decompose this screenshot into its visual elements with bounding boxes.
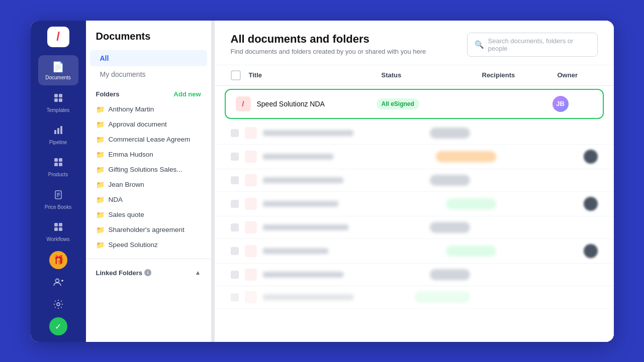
- nav-label-workflows: Workflows: [47, 236, 70, 242]
- status-blur: [436, 151, 496, 162]
- table-row[interactable]: [215, 286, 614, 309]
- main-header: All documents and folders Find documents…: [215, 21, 614, 65]
- column-header-title: Title: [249, 71, 382, 79]
- row-doc-icon: /: [236, 96, 251, 111]
- add-people-icon[interactable]: [49, 273, 67, 291]
- nav-item-templates[interactable]: Templates: [38, 87, 78, 117]
- folder-name: Commercial Lease Agreem: [109, 136, 191, 143]
- row-checkbox[interactable]: [231, 223, 239, 231]
- search-icon: 🔍: [475, 40, 484, 49]
- folder-item-anthony-martin[interactable]: 📁 Anthony Martin: [86, 102, 211, 117]
- folder-icon: 📁: [96, 136, 105, 144]
- row-title-blur: [263, 224, 348, 230]
- folder-item-commercial-lease[interactable]: 📁 Commercial Lease Agreem: [86, 132, 211, 147]
- table-row[interactable]: [215, 192, 614, 216]
- folder-item-nda[interactable]: 📁 NDA: [86, 192, 211, 207]
- table-row[interactable]: [215, 264, 614, 286]
- svg-rect-9: [54, 163, 58, 166]
- pipeline-icon: [53, 125, 63, 138]
- folder-name: Gifting Solutions Sales...: [109, 166, 182, 173]
- status-blur: [430, 128, 470, 139]
- nav-item-pipeline[interactable]: Pipeline: [38, 120, 78, 150]
- gift-icon[interactable]: 🎁: [49, 251, 67, 269]
- svg-rect-1: [59, 94, 62, 97]
- svg-rect-8: [59, 158, 62, 162]
- folder-item-approval-document[interactable]: 📁 Approval document: [86, 117, 211, 132]
- svg-rect-5: [57, 128, 59, 134]
- folder-name: Jean Brown: [109, 181, 144, 188]
- nav-item-workflows[interactable]: Workflows: [38, 217, 78, 247]
- owner-avatar-blur: [584, 244, 598, 258]
- svg-rect-17: [54, 227, 58, 231]
- linked-folders-header: Linked Folders i ▲: [86, 265, 211, 281]
- doc-icon: [245, 127, 257, 139]
- status-blur: [446, 246, 496, 257]
- table-row[interactable]: [215, 239, 614, 264]
- svg-rect-7: [54, 158, 58, 162]
- row-checkbox[interactable]: [231, 176, 239, 184]
- highlighted-table-row[interactable]: / Speed Solutionz NDA All eSigned JB: [225, 89, 604, 119]
- row-checkbox[interactable]: [231, 129, 239, 137]
- sidebar: Documents All My documents Folders Add n…: [86, 21, 212, 342]
- gear-icon[interactable]: [49, 295, 67, 313]
- linked-folders-label: Linked Folders i: [96, 269, 151, 277]
- folder-icon: 📁: [96, 166, 105, 174]
- owner-avatar: JB: [553, 96, 569, 112]
- svg-rect-3: [59, 98, 62, 102]
- row-checkbox[interactable]: [231, 271, 239, 279]
- table-row[interactable]: [215, 122, 614, 145]
- folders-label: Folders: [96, 90, 120, 98]
- nav-label-products: Products: [48, 172, 68, 177]
- status-blur: [430, 222, 470, 233]
- row-title-blur: [263, 130, 353, 136]
- row-checkbox[interactable]: [231, 200, 239, 208]
- check-icon[interactable]: ✓: [49, 317, 67, 335]
- folder-icon: 📁: [96, 241, 105, 249]
- add-new-button[interactable]: Add new: [173, 90, 201, 98]
- left-nav: / 📄 Documents Templates: [31, 21, 86, 342]
- svg-rect-4: [54, 130, 56, 134]
- doc-icon: [245, 291, 257, 303]
- folder-item-jean-brown[interactable]: 📁 Jean Brown: [86, 177, 211, 192]
- chevron-up-icon[interactable]: ▲: [195, 269, 201, 276]
- sidebar-divider: [86, 259, 211, 259]
- folder-item-emma-hudson[interactable]: 📁 Emma Hudson: [86, 147, 211, 162]
- table-header: Title Status Recipients Owner: [215, 65, 614, 86]
- documents-icon: 📄: [52, 61, 64, 73]
- folder-item-gifting-solutions[interactable]: 📁 Gifting Solutions Sales...: [86, 162, 211, 177]
- status-blur: [430, 269, 470, 280]
- table-row[interactable]: [215, 169, 614, 192]
- folder-name: Anthony Martin: [109, 105, 154, 113]
- sidebar-item-my-documents[interactable]: My documents: [90, 66, 207, 82]
- folder-icon: 📁: [96, 151, 105, 159]
- row-title: Speed Solutionz NDA: [257, 100, 377, 108]
- nav-item-products[interactable]: Products: [38, 152, 78, 182]
- nav-item-price-books[interactable]: Price Books: [38, 185, 78, 215]
- row-checkbox[interactable]: [231, 293, 239, 301]
- table-row[interactable]: [215, 216, 614, 239]
- folder-item-speed-solutionz[interactable]: 📁 Speed Solutionz: [86, 237, 211, 253]
- sidebar-item-all[interactable]: All: [90, 50, 207, 66]
- table-row[interactable]: [215, 145, 614, 169]
- nav-item-documents[interactable]: 📄 Documents: [38, 55, 78, 85]
- select-all-checkbox[interactable]: [231, 70, 241, 80]
- app-logo[interactable]: /: [47, 27, 69, 48]
- folder-item-shareholders[interactable]: 📁 Shareholder's agreement: [86, 222, 211, 237]
- svg-point-19: [55, 279, 59, 283]
- folder-item-sales-quote[interactable]: 📁 Sales quote: [86, 207, 211, 222]
- doc-icon: [245, 151, 257, 163]
- row-title-blur: [263, 154, 333, 160]
- search-bar[interactable]: 🔍 Search documents, folders or people: [467, 33, 598, 57]
- doc-slash-icon: /: [242, 100, 244, 108]
- row-checkbox[interactable]: [231, 247, 239, 255]
- nav-label-templates: Templates: [47, 107, 70, 113]
- svg-rect-0: [54, 94, 58, 97]
- folder-name: Emma Hudson: [109, 151, 153, 158]
- info-icon: i: [144, 269, 151, 276]
- products-icon: [53, 157, 63, 170]
- row-checkbox[interactable]: [231, 153, 239, 161]
- templates-icon: [53, 93, 63, 105]
- folder-name: Shareholder's agreement: [109, 226, 185, 233]
- column-header-status: Status: [382, 71, 482, 79]
- svg-rect-18: [59, 227, 62, 231]
